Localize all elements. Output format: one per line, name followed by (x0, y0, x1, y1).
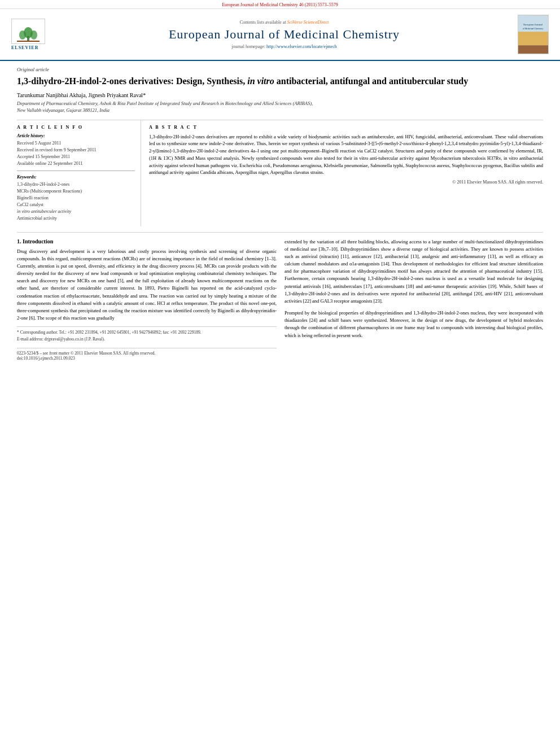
doi-line: doi:10.1016/j.ejmech.2011.09.023 (17, 356, 277, 361)
keyword-1: 1,3-dihydro-2H-indol-2-ones (17, 181, 135, 188)
keyword-3: Biginelli reaction (17, 195, 135, 202)
intro-paragraph-right2: Prompted by the biological properties of… (285, 309, 543, 339)
footer-bar: 0223-5234/$ – see front matter © 2011 El… (17, 348, 277, 361)
issn-line: 0223-5234/$ – see front matter © 2011 El… (17, 351, 277, 356)
journal-cover-thumb: European Journal of Medicinal Chemistry (518, 15, 549, 54)
affiliation-line2: New Vallabh vidyanagar, Gujarat 388121, … (17, 107, 110, 113)
article-info-abstract: A R T I C L E I N F O Article history: R… (17, 120, 543, 226)
intro-paragraph-right1: extended by the variation of all three b… (285, 238, 543, 305)
title-italic: in vitro (247, 76, 274, 86)
keyword-6: Antimicrobial activity (17, 215, 135, 222)
svg-point-2 (19, 30, 26, 40)
keywords-section: Keywords: 1,3-dihydro-2H-indol-2-ones MC… (17, 174, 135, 222)
abstract-text: 1,3-dihydro-2H-indol-2-ones derivatives … (149, 133, 543, 177)
svg-point-3 (30, 30, 37, 40)
history-label: Article history: (17, 133, 135, 138)
journal-header: ELSEVIER Contents lists available at Sci… (0, 9, 560, 61)
journal-header-center: Contents lists available at SciVerse Sci… (51, 20, 518, 49)
elsevier-logo-box (11, 19, 45, 44)
sciverse-link[interactable]: SciVerse ScienceDirect (287, 20, 329, 25)
sciverse-prefix: Contents lists available at (240, 20, 287, 25)
journal-homepage: journal homepage: http://www.elsevier.co… (51, 44, 518, 49)
elsevier-text: ELSEVIER (11, 45, 38, 50)
journal-title: European Journal of Medicinal Chemistry (51, 27, 518, 42)
sciverse-line: Contents lists available at SciVerse Sci… (51, 20, 518, 25)
keywords-label: Keywords: (17, 174, 135, 180)
main-content: Original article 1,3-dihydro-2H-indol-2-… (0, 61, 560, 366)
intro-paragraph1: Drug discovery and development is a very… (17, 248, 277, 322)
article-info-col: A R T I C L E I N F O Article history: R… (17, 120, 141, 226)
copyright-line: © 2011 Elsevier Masson SAS. All rights r… (149, 180, 543, 185)
corresponding-note: * Corresponding author. Tel.: +91 2692 2… (17, 329, 277, 335)
keyword-2: MCRs (Multicomponent Reactions) (17, 188, 135, 195)
authors-text: Tarunkumar Nanjibhai Akhaja, Jignesh Pri… (17, 92, 146, 98)
email-note: E-mail address: drjpraval@yahoo.co.in (J… (17, 336, 277, 342)
journal-citation: European Journal of Medicinal Chemistry … (222, 2, 338, 7)
keyword-4: CaCl2 catalyst (17, 202, 135, 208)
abstract-heading: A B S T R A C T (149, 125, 543, 130)
body-right: extended by the variation of all three b… (285, 233, 543, 361)
homepage-label: journal homepage: (231, 44, 266, 49)
authors: Tarunkumar Nanjibhai Akhaja, Jignesh Pri… (17, 92, 543, 98)
received-date: Received 5 August 2011 Received in revis… (17, 140, 135, 167)
affiliation: Department of Pharmaceutical Chemistry, … (17, 101, 543, 114)
top-bar: European Journal of Medicinal Chemistry … (0, 0, 560, 9)
footnotes: * Corresponding author. Tel.: +91 2692 2… (17, 326, 277, 342)
keyword-5: in vitro antituberculer activity (17, 208, 135, 215)
affiliation-line1: Department of Pharmaceutical Chemistry, … (17, 101, 313, 106)
svg-rect-6 (518, 32, 548, 45)
svg-rect-4 (17, 41, 40, 42)
svg-rect-7 (518, 45, 548, 53)
article-info-heading: A R T I C L E I N F O (17, 125, 135, 130)
abstract-col: A B S T R A C T 1,3-dihydro-2H-indol-2-o… (141, 120, 543, 226)
article-title: 1,3-dihydro-2H-indol-2-ones derivatives:… (17, 76, 543, 88)
homepage-url[interactable]: http://www.elsevier.com/locate/ejmech (266, 44, 337, 49)
svg-text:of Medicinal Chemistry: of Medicinal Chemistry (523, 28, 544, 30)
svg-text:European Journal: European Journal (523, 23, 542, 26)
elsevier-logo: ELSEVIER (11, 19, 51, 50)
body-content: 1. Introduction Drug discovery and devel… (17, 232, 543, 361)
intro-heading: 1. Introduction (17, 238, 277, 244)
article-type: Original article (17, 67, 543, 72)
title-part2: antibacterial, antifungal and antituberc… (274, 76, 468, 86)
body-left: 1. Introduction Drug discovery and devel… (17, 233, 277, 361)
title-part1: 1,3-dihydro-2H-indol-2-ones derivatives:… (17, 76, 247, 86)
